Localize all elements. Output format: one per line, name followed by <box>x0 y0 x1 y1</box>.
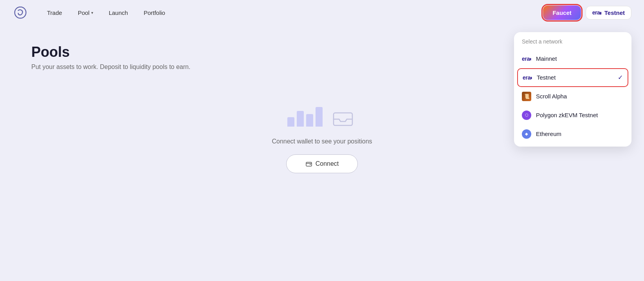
pool-chevron-icon: ▾ <box>91 11 93 15</box>
bar-2 <box>297 111 304 127</box>
network-option-scroll[interactable]: 📜 Scroll Alpha <box>514 87 631 106</box>
main-nav: Trade Pool ▾ Launch Portfolio <box>41 6 543 19</box>
network-option-testnet[interactable]: era▮ Testnet ✓ <box>517 68 628 87</box>
nav-portfolio[interactable]: Portfolio <box>137 6 171 19</box>
network-dropdown: Select a network era▮ Mainnet era▮ Testn… <box>514 32 631 147</box>
svg-rect-1 <box>306 162 312 166</box>
polygon-network-icon: ⬡ <box>522 111 531 120</box>
selected-checkmark-icon: ✓ <box>618 74 623 81</box>
dropdown-header-label: Select a network <box>514 38 631 49</box>
nav-launch[interactable]: Launch <box>103 6 134 19</box>
era-testnet-icon: era▮ <box>523 73 532 82</box>
faucet-button[interactable]: Faucet <box>543 5 581 20</box>
logo <box>13 5 28 20</box>
bar-4 <box>316 107 323 127</box>
bar-1 <box>287 117 294 127</box>
header-right: Faucet era▮ Testnet Select a network era… <box>543 5 631 20</box>
bar-3 <box>306 114 313 127</box>
empty-icon-area <box>287 102 357 132</box>
network-option-polygon[interactable]: ⬡ Polygon zkEVM Testnet <box>514 106 631 125</box>
network-option-mainnet[interactable]: era▮ Mainnet <box>514 49 631 68</box>
wallet-icon <box>305 160 312 167</box>
header: Trade Pool ▾ Launch Portfolio Faucet era… <box>0 0 644 25</box>
connect-wallet-button[interactable]: Connect <box>286 154 358 173</box>
inbox-icon <box>329 102 357 132</box>
network-selector-button[interactable]: era▮ Testnet <box>586 6 631 20</box>
network-option-ethereum[interactable]: ◆ Ethereum <box>514 125 631 143</box>
empty-state-message: Connect wallet to see your positions <box>272 138 372 145</box>
nav-trade[interactable]: Trade <box>41 6 69 19</box>
scroll-network-icon: 📜 <box>522 92 531 101</box>
nav-pool[interactable]: Pool ▾ <box>72 6 99 19</box>
bar-chart-icon <box>287 107 323 127</box>
era-mainnet-icon: era▮ <box>522 54 531 63</box>
svg-rect-2 <box>310 164 311 165</box>
era-logo-icon: era▮ <box>592 9 601 16</box>
ethereum-network-icon: ◆ <box>522 129 531 139</box>
